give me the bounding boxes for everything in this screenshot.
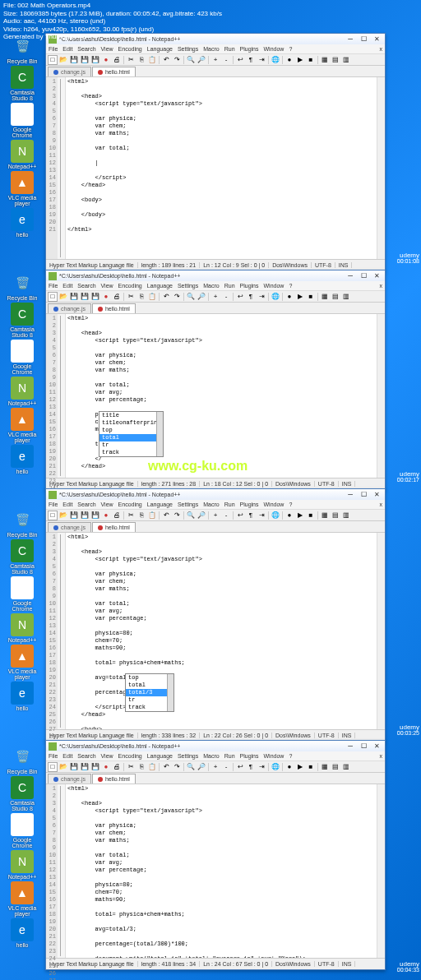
toolbar-replace-button[interactable]: 🔎 <box>197 511 206 520</box>
close-button[interactable]: ✕ <box>371 491 382 499</box>
scrollbar[interactable] <box>377 533 385 729</box>
toolbar-wrap-button[interactable]: ↩ <box>235 55 245 65</box>
desktop-icon-notepad++[interactable]: NNotepad++ <box>2 613 42 643</box>
menu-macro[interactable]: Macro <box>203 753 219 759</box>
menu-macro[interactable]: Macro <box>203 283 219 289</box>
toolbar-zoom-out-button[interactable]: - <box>221 511 231 520</box>
toolbar-macro-stop-button[interactable]: ■ <box>306 511 316 520</box>
toolbar-new-button[interactable]: □ <box>48 511 58 520</box>
toolbar-replace-button[interactable]: 🔎 <box>197 292 206 302</box>
desktop-icon-recycle-bin[interactable]: 🗑️Recycle Bin <box>2 271 42 301</box>
autocomplete-popup[interactable]: titletitleonafterprinttoptotaltrtrack <box>99 411 164 457</box>
code-content[interactable]: <html> <head> <script type="text/javascr… <box>66 533 377 729</box>
menu-search[interactable]: Search <box>77 753 95 759</box>
tab-change-js[interactable]: change.js <box>48 303 91 313</box>
toolbar-save-button[interactable]: 💾 <box>80 762 90 772</box>
toolbar-save-button[interactable]: 💾 <box>69 511 79 520</box>
toolbar-view3-button[interactable]: ▥ <box>341 55 351 65</box>
toolbar-lang-button[interactable]: 🌐 <box>271 55 280 65</box>
autocomplete-scrollbar[interactable] <box>167 674 173 711</box>
desktop-icon-vlc-media-player[interactable]: ▲VLC media player <box>2 881 42 917</box>
menu-encoding[interactable]: Encoding <box>118 502 142 507</box>
toolbar-macro-stop-button[interactable]: ■ <box>306 55 316 65</box>
toolbar-save-button[interactable]: 💾 <box>90 55 100 65</box>
menu-run[interactable]: Run <box>224 502 235 507</box>
menu-language[interactable]: Language <box>147 502 173 507</box>
desktop-icon-recycle-bin[interactable]: 🗑️Recycle Bin <box>2 508 42 538</box>
menu-plugins[interactable]: Plugins <box>240 753 259 759</box>
toolbar-macro-stop-button[interactable]: ■ <box>306 292 316 302</box>
menu-edit[interactable]: Edit <box>62 283 72 289</box>
toolbar-view1-button[interactable]: ▦ <box>320 292 330 302</box>
close-button[interactable]: ✕ <box>371 272 382 280</box>
desktop-icon-google-chrome[interactable]: ●Google Chrome <box>2 103 42 138</box>
toolbar-macro-rec-button[interactable]: ● <box>285 55 294 65</box>
desktop-icon-vlc-media-player[interactable]: ▲VLC media player <box>2 645 42 680</box>
toolbar-macro-play-button[interactable]: ▶ <box>295 762 305 772</box>
autocomplete-item[interactable]: title <box>99 412 163 419</box>
toolbar-view3-button[interactable]: ▥ <box>341 292 351 302</box>
autocomplete-item[interactable]: total <box>99 434 163 441</box>
editor-area[interactable]: 1 2 3 4 5 6 7 8 9 10 11 12 13 14 15 16 1… <box>46 533 385 729</box>
toolbar-view2-button[interactable]: ▤ <box>331 762 340 772</box>
menu-macro[interactable]: Macro <box>203 502 219 507</box>
toolbar-find-button[interactable]: 🔍 <box>186 762 196 772</box>
menu-edit[interactable]: Edit <box>62 46 72 52</box>
menu-plugins[interactable]: Plugins <box>240 283 259 289</box>
menu-language[interactable]: Language <box>147 753 173 759</box>
toolbar-print-button[interactable]: 🖨 <box>112 55 122 65</box>
menu-plugins[interactable]: Plugins <box>240 46 259 52</box>
toolbar-zoom-in-button[interactable]: + <box>210 292 220 302</box>
menu-close-icon[interactable]: x <box>380 46 383 52</box>
toolbar-macro-play-button[interactable]: ▶ <box>295 511 305 520</box>
autocomplete-item[interactable]: track <box>99 449 163 456</box>
menu-language[interactable]: Language <box>147 283 173 289</box>
toolbar-macro-rec-button[interactable]: ● <box>285 511 294 520</box>
menu-plugins[interactable]: Plugins <box>240 502 259 507</box>
toolbar-copy-button[interactable]: ⎘ <box>136 292 146 302</box>
tab-hello-html[interactable]: hello.html <box>92 774 136 784</box>
toolbar-macro-rec-button[interactable]: ● <box>285 292 294 302</box>
toolbar-replace-button[interactable]: 🔎 <box>197 762 206 772</box>
menu-search[interactable]: Search <box>77 502 95 507</box>
toolbar-chars-button[interactable]: ¶ <box>246 511 256 520</box>
toolbar-red-button[interactable]: ● <box>101 511 111 520</box>
maximize-button[interactable]: ☐ <box>358 742 369 751</box>
titlebar[interactable]: *C:\Users\ashu\Desktop\hello.html - Note… <box>46 741 385 751</box>
menu-help[interactable]: ? <box>289 46 292 52</box>
autocomplete-item[interactable]: tr <box>99 441 163 449</box>
toolbar-new-button[interactable]: □ <box>48 292 58 302</box>
menu-window[interactable]: Window <box>264 46 285 52</box>
toolbar-red-button[interactable]: ● <box>101 55 111 65</box>
toolbar-save-button[interactable]: 💾 <box>69 292 79 302</box>
toolbar-save-button[interactable]: 💾 <box>90 762 100 772</box>
desktop-icon-hello[interactable]: ehello <box>2 208 42 238</box>
desktop-icon-camtasia-studio-8[interactable]: CCamtasia Studio 8 <box>2 539 42 575</box>
menu-run[interactable]: Run <box>224 753 235 759</box>
toolbar-paste-button[interactable]: 📋 <box>147 511 157 520</box>
menu-run[interactable]: Run <box>224 46 235 52</box>
desktop-icon-vlc-media-player[interactable]: ▲VLC media player <box>2 408 42 443</box>
desktop-icon-camtasia-studio-8[interactable]: CCamtasia Studio 8 <box>2 66 42 101</box>
maximize-button[interactable]: ☐ <box>358 491 369 499</box>
toolbar-view1-button[interactable]: ▦ <box>320 55 330 65</box>
toolbar-zoom-in-button[interactable]: + <box>210 511 220 520</box>
minimize-button[interactable]: ─ <box>345 491 356 499</box>
toolbar-copy-button[interactable]: ⎘ <box>136 55 146 65</box>
toolbar-paste-button[interactable]: 📋 <box>147 292 157 302</box>
code-content[interactable]: <html> <head> <script type="text/javascr… <box>66 77 377 259</box>
toolbar-macro-rec-button[interactable]: ● <box>285 762 294 772</box>
editor-area[interactable]: 1 2 3 4 5 6 7 8 9 10 11 12 13 14 15 16 1… <box>46 784 385 958</box>
maximize-button[interactable]: ☐ <box>358 272 369 280</box>
toolbar-wrap-button[interactable]: ↩ <box>235 292 245 302</box>
toolbar-zoom-in-button[interactable]: + <box>210 55 220 65</box>
fold-margin[interactable] <box>58 314 66 478</box>
desktop-icon-google-chrome[interactable]: ●Google Chrome <box>2 576 42 612</box>
toolbar-redo-button[interactable]: ↷ <box>172 55 182 65</box>
toolbar-save-button[interactable]: 💾 <box>90 511 100 520</box>
desktop-icon-hello[interactable]: ehello <box>2 445 42 474</box>
toolbar-view1-button[interactable]: ▦ <box>320 511 330 520</box>
menu-file[interactable]: File <box>49 502 58 507</box>
menu-help[interactable]: ? <box>289 502 292 507</box>
desktop-icon-hello[interactable]: ehello <box>2 682 42 711</box>
